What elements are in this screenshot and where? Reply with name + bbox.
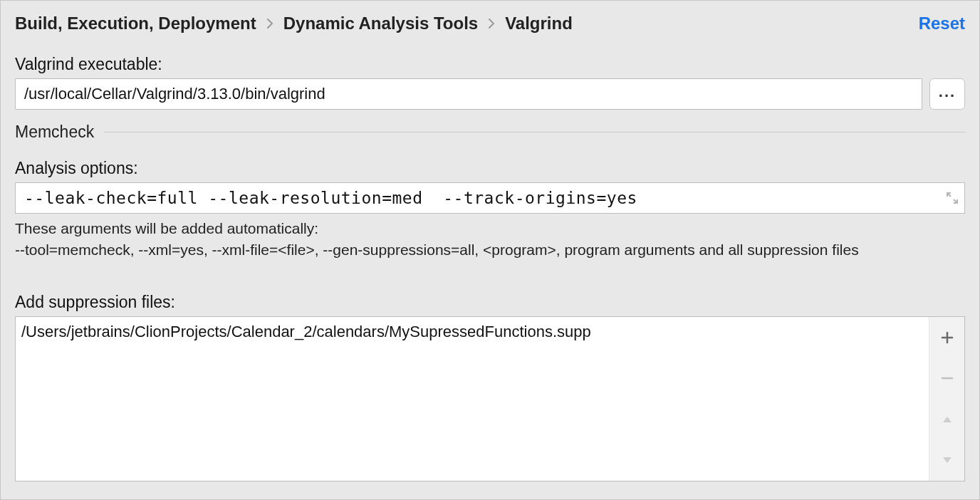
add-button[interactable] <box>929 317 964 358</box>
divider <box>104 132 965 132</box>
svg-line-0 <box>948 194 951 197</box>
chevron-right-icon <box>488 17 495 32</box>
svg-line-1 <box>954 199 956 202</box>
section-title: Memcheck <box>15 123 94 142</box>
breadcrumb-item[interactable]: Valgrind <box>505 14 573 33</box>
move-up-button[interactable] <box>929 399 964 440</box>
options-label: Analysis options: <box>15 159 965 178</box>
breadcrumb-item[interactable]: Dynamic Analysis Tools <box>283 14 478 33</box>
settings-panel: Build, Execution, Deployment Dynamic Ana… <box>0 0 980 500</box>
suppression-list[interactable]: /Users/jetbrains/ClionProjects/Calendar_… <box>16 317 929 481</box>
auto-note-line: These arguments will be added automatica… <box>15 218 965 239</box>
remove-button[interactable] <box>929 358 964 399</box>
executable-label: Valgrind executable: <box>15 55 965 74</box>
suppression-files: /Users/jetbrains/ClionProjects/Calendar_… <box>15 316 965 481</box>
list-item[interactable]: /Users/jetbrains/ClionProjects/Calendar_… <box>21 321 923 343</box>
executable-row: ... <box>15 78 965 110</box>
memcheck-section-header: Memcheck <box>15 123 965 142</box>
suppression-label: Add suppression files: <box>15 293 965 312</box>
executable-input[interactable] <box>15 78 922 110</box>
breadcrumb-item[interactable]: Build, Execution, Deployment <box>15 14 256 33</box>
chevron-right-icon <box>266 17 273 32</box>
move-down-button[interactable] <box>929 439 964 481</box>
browse-button[interactable]: ... <box>929 78 965 110</box>
auto-note-line: --tool=memcheck, --xml=yes, --xml-file=<… <box>15 239 965 261</box>
suppression-toolbar <box>929 317 964 481</box>
reset-button[interactable]: Reset <box>919 14 965 33</box>
options-field <box>15 182 965 214</box>
options-input[interactable] <box>16 183 936 213</box>
breadcrumb: Build, Execution, Deployment Dynamic Ana… <box>15 14 573 33</box>
header-row: Build, Execution, Deployment Dynamic Ana… <box>15 14 965 33</box>
expand-icon[interactable] <box>946 192 959 204</box>
auto-arguments-note: These arguments will be added automatica… <box>15 218 965 261</box>
options-row <box>15 182 965 214</box>
